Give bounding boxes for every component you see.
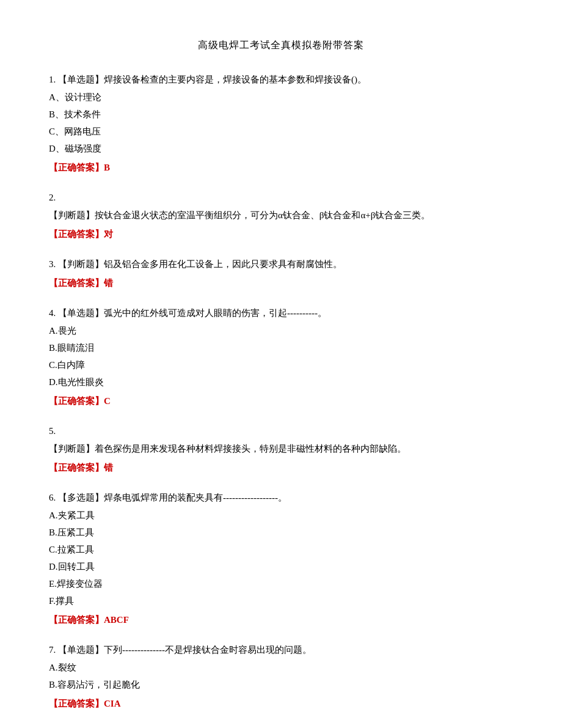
question-4-option-2: C.白内障: [49, 357, 513, 373]
question-5-answer-prefix: 【正确答案】: [49, 463, 104, 472]
question-6-option-3: D.回转工具: [49, 559, 513, 575]
question-4-option-3: D.电光性眼炎: [49, 374, 513, 391]
question-3-text: 3. 【判断题】铝及铝合金多用在化工设备上，因此只要求具有耐腐蚀性。: [49, 256, 513, 273]
question-5-type: 【判断题】: [49, 444, 95, 454]
question-6-body: 焊条电弧焊常用的装配夹具有------------------。: [104, 493, 287, 502]
question-6-answer-prefix: 【正确答案】: [49, 615, 104, 625]
question-5-number-line: 5.: [49, 423, 513, 439]
question-4-number: 4.: [49, 308, 58, 318]
question-6-answer: 【正确答案】ABCF: [49, 612, 513, 628]
question-2-number-line: 2.: [49, 189, 513, 206]
question-4-answer: 【正确答案】C: [49, 393, 513, 410]
question-2-text: 【判断题】按钛合金退火状态的室温平衡组织分，可分为α钛合金、β钛合金和α+β钛合…: [49, 207, 513, 224]
question-4-answer-value: C: [104, 396, 111, 406]
question-4-answer-prefix: 【正确答案】: [49, 396, 104, 406]
question-6-number: 6.: [49, 493, 58, 502]
question-7-text: 7. 【单选题】下列--------------不是焊接钛合金时容易出现的问题。: [49, 642, 513, 658]
question-block-4: 4. 【单选题】弧光中的红外线可造成对人眼睛的伤害，引起----------。 …: [49, 305, 513, 410]
question-6-type: 【多选题】: [58, 493, 104, 502]
question-6-answer-value: ABCF: [104, 615, 129, 625]
question-3-answer-prefix: 【正确答案】: [49, 278, 104, 288]
question-4-text: 4. 【单选题】弧光中的红外线可造成对人眼睛的伤害，引起----------。: [49, 305, 513, 322]
question-5-answer-value: 错: [104, 463, 113, 472]
question-block-3: 3. 【判断题】铝及铝合金多用在化工设备上，因此只要求具有耐腐蚀性。 【正确答案…: [49, 256, 513, 292]
question-block-1: 1. 【单选题】焊接设备检查的主要内容是，焊接设备的基本参数和焊接设备()。 A…: [49, 72, 513, 176]
question-1-answer-value: B: [104, 163, 110, 172]
question-7-option-1: B.容易沾污，引起脆化: [49, 677, 513, 693]
question-2-answer-prefix: 【正确答案】: [49, 229, 104, 239]
question-1-number: 1.: [49, 75, 58, 84]
question-6-option-4: E.焊接变位器: [49, 576, 513, 592]
question-2-body: 按钛合金退火状态的室温平衡组织分，可分为α钛合金、β钛合金和α+β钛合金三类。: [95, 210, 430, 220]
question-1-option-2: C、网路电压: [49, 123, 513, 140]
question-block-6: 6. 【多选题】焊条电弧焊常用的装配夹具有------------------。…: [49, 490, 513, 628]
question-1-option-0: A、设计理论: [49, 89, 513, 106]
question-1-text: 1. 【单选题】焊接设备检查的主要内容是，焊接设备的基本参数和焊接设备()。: [49, 72, 513, 88]
question-1-type: 【单选题】: [58, 75, 104, 84]
question-block-2: 2. 【判断题】按钛合金退火状态的室温平衡组织分，可分为α钛合金、β钛合金和α+…: [49, 189, 513, 243]
question-7-number: 7.: [49, 645, 58, 655]
question-7-answer-prefix: 【正确答案】: [49, 699, 104, 708]
question-3-answer-value: 错: [104, 278, 113, 288]
question-3-number: 3.: [49, 259, 58, 269]
question-2-answer-value: 对: [104, 229, 113, 239]
question-5-number: 5.: [49, 426, 56, 436]
question-3-answer: 【正确答案】错: [49, 275, 513, 292]
question-6-option-5: F.撑具: [49, 593, 513, 609]
question-6-option-2: C.拉紧工具: [49, 542, 513, 558]
question-6-option-0: A.夹紧工具: [49, 507, 513, 524]
question-5-text: 【判断题】着色探伤是用来发现各种材料焊接接头，特别是非磁性材料的各种内部缺陷。: [49, 441, 513, 457]
question-6-option-1: B.压紧工具: [49, 524, 513, 541]
question-7-body: 下列--------------不是焊接钛合金时容易出现的问题。: [104, 645, 312, 655]
question-1-body: 焊接设备检查的主要内容是，焊接设备的基本参数和焊接设备()。: [104, 75, 367, 84]
question-7-answer-value: CIA: [104, 699, 121, 708]
question-7-answer: 【正确答案】CIA: [49, 696, 513, 712]
question-4-option-0: A.畏光: [49, 323, 513, 339]
question-3-type: 【判断题】: [58, 259, 104, 269]
question-2-type: 【判断题】: [49, 210, 95, 220]
question-5-body: 着色探伤是用来发现各种材料焊接接头，特别是非磁性材料的各种内部缺陷。: [95, 444, 406, 454]
page-title: 高级电焊工考试全真模拟卷附带答案: [49, 37, 513, 54]
question-1-answer-prefix: 【正确答案】: [49, 163, 104, 172]
question-1-option-1: B、技术条件: [49, 106, 513, 123]
question-4-option-1: B.眼睛流泪: [49, 340, 513, 356]
question-1-option-3: D、磁场强度: [49, 141, 513, 157]
question-7-option-0: A.裂纹: [49, 660, 513, 676]
question-6-text: 6. 【多选题】焊条电弧焊常用的装配夹具有------------------。: [49, 490, 513, 506]
question-4-body: 弧光中的红外线可造成对人眼睛的伤害，引起----------。: [104, 308, 327, 318]
question-block-7: 7. 【单选题】下列--------------不是焊接钛合金时容易出现的问题。…: [49, 642, 513, 712]
question-2-number: 2.: [49, 193, 56, 202]
question-7-type: 【单选题】: [58, 645, 104, 655]
question-block-5: 5. 【判断题】着色探伤是用来发现各种材料焊接接头，特别是非磁性材料的各种内部缺…: [49, 423, 513, 476]
question-3-body: 铝及铝合金多用在化工设备上，因此只要求具有耐腐蚀性。: [104, 259, 342, 269]
question-5-answer: 【正确答案】错: [49, 460, 513, 476]
question-1-answer: 【正确答案】B: [49, 160, 513, 176]
question-4-type: 【单选题】: [58, 308, 104, 318]
question-2-answer: 【正确答案】对: [49, 226, 513, 243]
